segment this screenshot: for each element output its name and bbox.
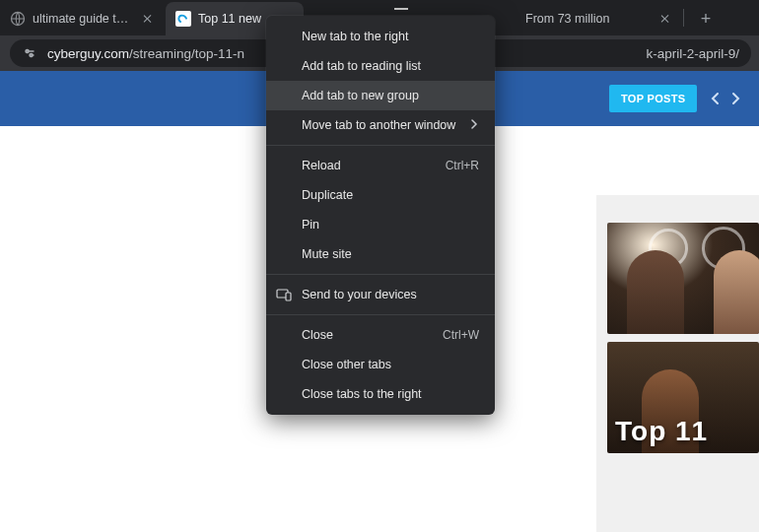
ticker-headline[interactable]: Best A — [754, 92, 759, 106]
tab-title: ultimate guide to viewing t — [33, 12, 134, 26]
tab-2[interactable]: From 73 million — [516, 2, 683, 35]
chevron-right-icon — [469, 118, 479, 132]
menu-close-tabs-right[interactable]: Close tabs to the right — [266, 379, 495, 409]
tab-separator — [683, 9, 684, 27]
thumb-overlay-text: Top 11 — [615, 416, 708, 447]
menu-duplicate[interactable]: Duplicate — [266, 180, 495, 210]
tab-context-menu: New tab to the right Add tab to reading … — [266, 16, 495, 415]
menu-separator — [266, 145, 495, 146]
svg-rect-3 — [286, 293, 291, 300]
sidebar-thumbnail-2[interactable]: Top 11 — [607, 342, 759, 453]
tab-title: From 73 million — [525, 12, 652, 26]
sidebar-thumbnail-1[interactable] — [607, 223, 759, 334]
tab-0[interactable]: ultimate guide to viewing t — [0, 2, 166, 35]
close-icon[interactable] — [657, 11, 673, 27]
menu-separator — [266, 274, 495, 275]
menu-close[interactable]: CloseCtrl+W — [266, 320, 495, 350]
menu-send-to-devices[interactable]: Send to your devices — [266, 280, 495, 309]
sidebar: Top 11 — [601, 195, 759, 532]
menu-add-to-new-group[interactable]: Add tab to new group — [266, 81, 495, 110]
menu-add-reading-list[interactable]: Add tab to reading list — [266, 51, 495, 81]
thumb-figure — [714, 250, 759, 334]
url-text-right: k-april-2-april-9/ — [646, 46, 739, 61]
menu-new-tab-right[interactable]: New tab to the right — [266, 22, 495, 51]
site-settings-icon[interactable] — [22, 45, 37, 61]
window-minimize-icon[interactable] — [394, 8, 408, 10]
menu-pin[interactable]: Pin — [266, 210, 495, 239]
menu-reload[interactable]: ReloadCtrl+R — [266, 151, 495, 180]
favicon-cyberguy-icon — [175, 11, 191, 27]
chevron-right-icon[interactable] — [728, 92, 742, 105]
new-tab-button[interactable]: + — [692, 5, 720, 33]
plus-icon: + — [701, 10, 712, 28]
devices-icon — [276, 287, 292, 302]
thumb-figure — [627, 250, 684, 334]
carousel-arrows — [709, 92, 742, 105]
url-text: cyberguy.com/streaming/top-11-n — [47, 46, 244, 61]
shortcut-text: Ctrl+W — [443, 328, 479, 342]
menu-mute-site[interactable]: Mute site — [266, 239, 495, 269]
menu-close-other-tabs[interactable]: Close other tabs — [266, 350, 495, 379]
top-posts-button[interactable]: TOP POSTS — [609, 85, 697, 112]
favicon-generic-icon — [10, 11, 26, 27]
chevron-left-icon[interactable] — [709, 92, 723, 105]
shortcut-text: Ctrl+R — [446, 159, 479, 172]
menu-move-to-window[interactable]: Move tab to another window — [266, 110, 495, 140]
close-icon[interactable] — [140, 11, 156, 27]
menu-separator — [266, 314, 495, 315]
